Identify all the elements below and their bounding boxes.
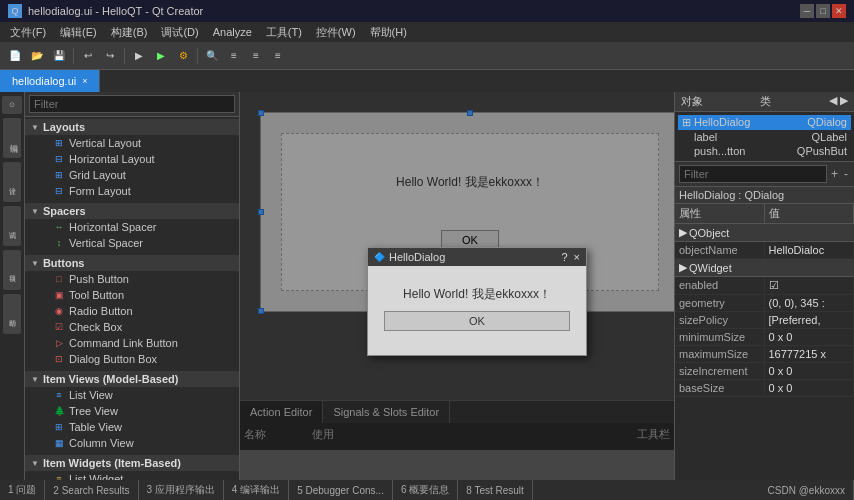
widget-item-horizontal-layout[interactable]: ⊟ Horizontal Layout	[25, 151, 239, 167]
props-search-input[interactable]	[679, 165, 827, 183]
menu-analyze[interactable]: Analyze	[207, 25, 258, 39]
menu-build[interactable]: 构建(B)	[105, 24, 154, 41]
section-header-item-views[interactable]: ▼ Item Views (Model-Based)	[25, 371, 239, 387]
obj-row-label[interactable]: label QLabel	[678, 130, 851, 144]
redo-icon[interactable]: ↪	[100, 46, 120, 66]
section-header-layouts[interactable]: ▼ Layouts	[25, 119, 239, 135]
status-item-1[interactable]: 1 问题	[0, 480, 45, 500]
modal-close-icon[interactable]: ×	[574, 251, 580, 263]
prop-val-basesize[interactable]: 0 x 0	[765, 380, 855, 396]
tab-close-icon[interactable]: ×	[82, 76, 87, 86]
edit-button[interactable]: 编辑	[3, 118, 21, 158]
obj-row-hellodialog[interactable]: ⊞ HelloDialog QDialog	[678, 115, 851, 130]
section-header-spacers[interactable]: ▼ Spacers	[25, 203, 239, 219]
widget-item-push-button[interactable]: □ Push Button	[25, 271, 239, 287]
debug-icon[interactable]: ⚙	[173, 46, 193, 66]
prop-val-sizeincrement[interactable]: 0 x 0	[765, 363, 855, 379]
widget-item-tool-button[interactable]: ▣ Tool Button	[25, 287, 239, 303]
status-item-6[interactable]: 6 概要信息	[393, 480, 458, 500]
align-right-icon[interactable]: ≡	[268, 46, 288, 66]
prop-val-enabled[interactable]: ☑	[765, 277, 855, 294]
status-item-3[interactable]: 3 应用程序输出	[139, 480, 224, 500]
widget-item-v-spacer[interactable]: ↕ Vertical Spacer	[25, 235, 239, 251]
obj-row-pushbutton[interactable]: push...tton QPushBut	[678, 144, 851, 158]
prop-sizepolicy[interactable]: sizePolicy [Preferred,	[675, 312, 854, 329]
prop-objectname[interactable]: objectName HelloDialoc	[675, 242, 854, 259]
widget-item-check-box[interactable]: ☑ Check Box	[25, 319, 239, 335]
widget-item-h-spacer[interactable]: ↔ Horizontal Spacer	[25, 219, 239, 235]
widget-search-input[interactable]	[29, 95, 235, 113]
menu-widgets[interactable]: 控件(W)	[310, 24, 362, 41]
prop-val-sizepolicy[interactable]: [Preferred,	[765, 312, 855, 328]
prop-geometry[interactable]: geometry (0, 0), 345 :	[675, 295, 854, 312]
widget-item-command-link[interactable]: ▷ Command Link Button	[25, 335, 239, 351]
widget-item-tree-view[interactable]: 🌲 Tree View	[25, 403, 239, 419]
props-table-header: 属性 值	[675, 204, 854, 224]
prop-basesize[interactable]: baseSize 0 x 0	[675, 380, 854, 397]
maximize-button[interactable]: □	[816, 4, 830, 18]
section-header-buttons[interactable]: ▼ Buttons	[25, 255, 239, 271]
props-filter-btn-plus[interactable]: +	[829, 167, 840, 181]
status-item-4[interactable]: 4 编译输出	[224, 480, 289, 500]
menu-tools[interactable]: 工具(T)	[260, 24, 308, 41]
tab-hellodialog[interactable]: hellodialog.ui ×	[0, 70, 100, 92]
design-button[interactable]: 设计	[3, 162, 21, 202]
widget-item-radio-button[interactable]: ◉ Radio Button	[25, 303, 239, 319]
props-section-qobject[interactable]: ▶ QObject	[675, 224, 854, 242]
menu-help[interactable]: 帮助(H)	[364, 24, 413, 41]
props-section-qwidget[interactable]: ▶ QWidget	[675, 259, 854, 277]
zoom-in-icon[interactable]: 🔍	[202, 46, 222, 66]
menu-file[interactable]: 文件(F)	[4, 24, 52, 41]
props-expand-icon[interactable]: ◀ ▶	[829, 94, 848, 109]
prop-val-objectname[interactable]: HelloDialoc	[765, 242, 855, 258]
new-file-icon[interactable]: 📄	[5, 46, 25, 66]
status-item-5[interactable]: 5 Debugger Cons...	[289, 480, 393, 500]
widget-label-vertical-layout: Vertical Layout	[69, 137, 141, 149]
status-bar: 1 问题 2 Search Results 3 应用程序输出 4 编译输出 5 …	[0, 480, 854, 500]
design-area[interactable]: Hello World! 我是ekkoxxx！ OK 🔷 HelloDialog…	[240, 92, 674, 480]
help-button[interactable]: 帮助	[3, 294, 21, 334]
widget-label-tool-button: Tool Button	[69, 289, 124, 301]
props-filter-btn-minus[interactable]: -	[842, 167, 850, 181]
debug-sidebar-button[interactable]: 调试	[3, 206, 21, 246]
open-file-icon[interactable]: 📂	[27, 46, 47, 66]
prop-minimumsize[interactable]: minimumSize 0 x 0	[675, 329, 854, 346]
undo-icon[interactable]: ↩	[78, 46, 98, 66]
prop-name-geometry: geometry	[675, 295, 765, 311]
prop-val-minimumsize[interactable]: 0 x 0	[765, 329, 855, 345]
status-item-7[interactable]: 8 Test Result	[458, 480, 533, 500]
section-label-item-widgets: Item Widgets (Item-Based)	[43, 457, 181, 469]
widget-item-table-view[interactable]: ⊞ Table View	[25, 419, 239, 435]
props-header-class: 类	[760, 94, 771, 109]
status-item-2[interactable]: 2 Search Results	[45, 480, 138, 500]
widget-item-column-view[interactable]: ▦ Column View	[25, 435, 239, 451]
prop-sizeincrement[interactable]: sizeIncrement 0 x 0	[675, 363, 854, 380]
prop-enabled[interactable]: enabled ☑	[675, 277, 854, 295]
modal-question-icon[interactable]: ?	[561, 251, 567, 263]
close-button[interactable]: ✕	[832, 4, 846, 18]
widget-item-list-widget[interactable]: ≡ List Widget	[25, 471, 239, 480]
section-label-item-views: Item Views (Model-Based)	[43, 373, 179, 385]
prop-val-maximumsize[interactable]: 16777215 x	[765, 346, 855, 362]
menu-debug[interactable]: 调试(D)	[155, 24, 204, 41]
widget-item-vertical-layout[interactable]: ⊞ Vertical Layout	[25, 135, 239, 151]
modal-ok-button[interactable]: OK	[384, 311, 570, 331]
section-label-layouts: Layouts	[43, 121, 85, 133]
widget-item-grid-layout[interactable]: ⊞ Grid Layout	[25, 167, 239, 183]
widget-item-dialog-button-box[interactable]: ⊡ Dialog Button Box	[25, 351, 239, 367]
align-center-icon[interactable]: ≡	[246, 46, 266, 66]
section-header-item-widgets[interactable]: ▼ Item Widgets (Item-Based)	[25, 455, 239, 471]
minimize-button[interactable]: ─	[800, 4, 814, 18]
build-icon[interactable]: ▶	[129, 46, 149, 66]
prop-val-geometry[interactable]: (0, 0), 345 :	[765, 295, 855, 311]
save-icon[interactable]: 💾	[49, 46, 69, 66]
project-button[interactable]: 项目	[3, 250, 21, 290]
horizontal-layout-icon: ⊟	[53, 153, 65, 165]
align-left-icon[interactable]: ≡	[224, 46, 244, 66]
run-icon[interactable]: ▶	[151, 46, 171, 66]
widget-item-form-layout[interactable]: ⊟ Form Layout	[25, 183, 239, 199]
widget-item-list-view[interactable]: ≡ List View	[25, 387, 239, 403]
prop-maximumsize[interactable]: maximumSize 16777215 x	[675, 346, 854, 363]
menu-edit[interactable]: 编辑(E)	[54, 24, 103, 41]
welcome-button[interactable]: ⊙	[2, 96, 22, 114]
